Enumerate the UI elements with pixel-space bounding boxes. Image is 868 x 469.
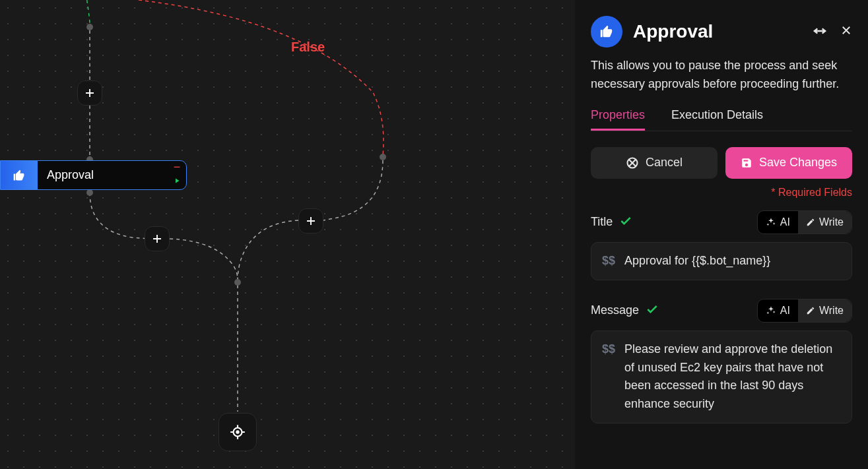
branch-label-false: False [291, 40, 325, 55]
message-label: Message [591, 303, 639, 317]
tab-execution-details[interactable]: Execution Details [671, 108, 763, 131]
connector-dot [380, 154, 386, 160]
properties-panel: Approval This allows you to pause the pr… [575, 0, 868, 469]
panel-tabs: Properties Execution Details [591, 108, 852, 131]
cancel-icon [626, 156, 639, 170]
connector-dot [86, 24, 93, 30]
close-icon[interactable] [840, 24, 852, 40]
variable-picker-icon[interactable]: $$ [602, 252, 615, 270]
approval-node-icon-area [1, 161, 38, 189]
run-node-button[interactable] [173, 176, 181, 187]
panel-description: This allows you to pause the process and… [591, 57, 852, 94]
title-input[interactable]: $$ Approval for {{$.bot_name}} [591, 242, 852, 280]
approval-node-label: Approval [38, 168, 173, 182]
target-node[interactable] [218, 413, 257, 451]
approval-node[interactable]: Approval − [0, 160, 187, 190]
thumbs-up-icon [599, 24, 614, 39]
write-mode-button[interactable]: Write [798, 211, 851, 234]
pencil-icon [806, 306, 815, 315]
save-button[interactable]: Save Changes [725, 147, 852, 179]
svg-point-1 [236, 431, 238, 433]
thumbs-up-icon [13, 169, 26, 182]
add-node-button[interactable] [145, 226, 170, 251]
workflow-canvas[interactable]: False Approval − [0, 0, 575, 469]
pencil-icon [806, 218, 815, 227]
sparkle-icon [766, 305, 776, 316]
connector-dot [86, 189, 93, 196]
message-input-text[interactable]: Please review and approve the deletion o… [624, 340, 841, 414]
tab-properties[interactable]: Properties [591, 108, 645, 131]
add-node-button[interactable] [77, 80, 102, 106]
target-icon [229, 423, 246, 441]
ai-mode-button[interactable]: AI [758, 299, 798, 322]
expand-icon[interactable] [813, 25, 827, 39]
title-input-text[interactable]: Approval for {{$.bot_name}} [624, 252, 841, 270]
required-fields-note: * Required Fields [591, 187, 852, 199]
variable-picker-icon[interactable]: $$ [602, 340, 615, 414]
edges-layer [0, 0, 575, 469]
write-mode-button[interactable]: Write [798, 299, 851, 322]
add-node-button[interactable] [298, 208, 323, 234]
sparkle-icon [766, 217, 776, 228]
check-icon [646, 303, 659, 319]
panel-title: Approval [633, 21, 802, 42]
ai-mode-button[interactable]: AI [758, 211, 798, 234]
panel-icon [591, 16, 622, 47]
ai-write-toggle[interactable]: AI Write [757, 210, 852, 234]
save-icon [741, 157, 752, 169]
cancel-button[interactable]: Cancel [591, 147, 718, 179]
remove-node-button[interactable]: − [174, 164, 181, 170]
title-label: Title [591, 215, 613, 229]
connector-dot [234, 279, 241, 286]
check-icon [619, 214, 632, 230]
ai-write-toggle[interactable]: AI Write [757, 299, 852, 323]
message-input[interactable]: $$ Please review and approve the deletio… [591, 330, 852, 424]
